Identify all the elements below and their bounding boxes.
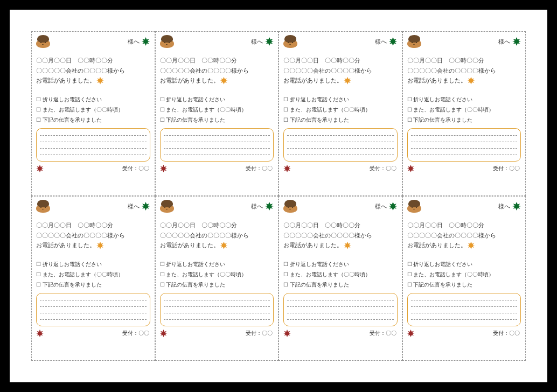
phone-memo-card: 様へ 〇〇月〇〇日 〇〇時〇〇分 〇〇〇〇〇会社の〇〇〇〇様から お電話がありま… bbox=[278, 196, 402, 361]
memo-line bbox=[164, 142, 270, 142]
memo-line bbox=[287, 155, 394, 155]
checkbox-message-taken[interactable]: 下記の伝言を承りました bbox=[36, 115, 150, 125]
card-footer: 受付：〇〇 bbox=[36, 165, 150, 172]
checkbox-callback[interactable]: 折り返しお電話ください bbox=[36, 259, 150, 269]
chestnut-icon bbox=[407, 35, 421, 48]
recipient-area: 様へ bbox=[375, 37, 398, 46]
memo-line bbox=[411, 319, 518, 320]
recipient-label: 様へ bbox=[128, 202, 140, 211]
memo-line bbox=[164, 319, 270, 320]
memo-line bbox=[164, 313, 270, 313]
checkbox-will-call-again[interactable]: また、お電話します（〇〇時頃） bbox=[407, 104, 521, 115]
maple-leaf-green-icon bbox=[265, 202, 274, 211]
checkbox-will-call-again[interactable]: また、お電話します（〇〇時頃） bbox=[36, 269, 150, 279]
memo-box[interactable] bbox=[407, 293, 521, 326]
memo-box[interactable] bbox=[160, 128, 274, 162]
card-header: 様へ bbox=[160, 200, 274, 213]
maple-leaf-green-icon bbox=[142, 202, 150, 211]
checkbox-message-taken[interactable]: 下記の伝言を承りました bbox=[283, 279, 398, 290]
message-call-received: お電話がありました。 bbox=[36, 75, 95, 86]
phone-memo-card: 様へ 〇〇月〇〇日 〇〇時〇〇分 〇〇〇〇〇会社の〇〇〇〇様から お電話がありま… bbox=[402, 31, 526, 196]
checkbox-callback[interactable]: 折り返しお電話ください bbox=[36, 94, 150, 104]
phone-memo-card: 様へ 〇〇月〇〇日 〇〇時〇〇分 〇〇〇〇〇会社の〇〇〇〇様から お電話がありま… bbox=[155, 196, 279, 361]
checkbox-callback[interactable]: 折り返しお電話ください bbox=[407, 94, 521, 104]
maple-leaf-red-icon bbox=[160, 165, 168, 172]
checkbox-message-taken[interactable]: 下記の伝言を承りました bbox=[160, 115, 274, 125]
checkbox-message-taken[interactable]: 下記の伝言を承りました bbox=[283, 115, 398, 125]
memo-line bbox=[40, 142, 147, 142]
recipient-area: 様へ bbox=[498, 37, 521, 46]
phone-memo-card: 様へ 〇〇月〇〇日 〇〇時〇〇分 〇〇〇〇〇会社の〇〇〇〇様から お電話がありま… bbox=[31, 196, 155, 361]
reception-label: 受付：〇〇 bbox=[493, 165, 520, 172]
message-call-received: お電話がありました。 bbox=[160, 75, 219, 86]
message-caller: 〇〇〇〇〇会社の〇〇〇〇様から bbox=[160, 230, 274, 241]
message-block: 〇〇月〇〇日 〇〇時〇〇分 〇〇〇〇〇会社の〇〇〇〇様から お電話がありました。 bbox=[283, 220, 398, 250]
recipient-label: 様へ bbox=[128, 38, 140, 46]
card-header: 様へ bbox=[283, 200, 398, 213]
memo-box[interactable] bbox=[160, 293, 274, 326]
memo-line bbox=[164, 306, 270, 307]
memo-box[interactable] bbox=[283, 128, 398, 162]
message-caller: 〇〇〇〇〇会社の〇〇〇〇様から bbox=[407, 230, 521, 241]
checkbox-will-call-again[interactable]: また、お電話します（〇〇時頃） bbox=[160, 104, 274, 115]
checkbox-will-call-again[interactable]: また、お電話します（〇〇時頃） bbox=[160, 269, 274, 279]
checkbox-message-taken[interactable]: 下記の伝言を承りました bbox=[160, 279, 274, 290]
memo-box[interactable] bbox=[36, 293, 150, 326]
checkbox-callback[interactable]: 折り返しお電話ください bbox=[283, 94, 398, 104]
checkbox-will-call-again[interactable]: また、お電話します（〇〇時頃） bbox=[407, 269, 521, 279]
checkbox-callback[interactable]: 折り返しお電話ください bbox=[160, 259, 274, 269]
checkbox-message-taken[interactable]: 下記の伝言を承りました bbox=[407, 279, 521, 290]
memo-line bbox=[164, 155, 270, 155]
memo-box[interactable] bbox=[407, 128, 521, 162]
card-footer: 受付：〇〇 bbox=[160, 165, 274, 172]
phone-memo-card: 様へ 〇〇月〇〇日 〇〇時〇〇分 〇〇〇〇〇会社の〇〇〇〇様から お電話がありま… bbox=[155, 31, 279, 196]
maple-leaf-orange-icon bbox=[344, 77, 351, 85]
message-datetime: 〇〇月〇〇日 〇〇時〇〇分 bbox=[407, 220, 521, 230]
recipient-area: 様へ bbox=[375, 202, 398, 211]
chestnut-icon bbox=[160, 35, 174, 48]
card-footer: 受付：〇〇 bbox=[407, 165, 521, 172]
message-call-received: お電話がありました。 bbox=[36, 240, 95, 250]
reception-label: 受付：〇〇 bbox=[370, 330, 396, 337]
maple-leaf-green-icon bbox=[265, 37, 274, 46]
card-header: 様へ bbox=[407, 200, 521, 213]
checkbox-callback[interactable]: 折り返しお電話ください bbox=[160, 94, 274, 104]
checkbox-will-call-again[interactable]: また、お電話します（〇〇時頃） bbox=[36, 104, 150, 115]
card-footer: 受付：〇〇 bbox=[407, 330, 521, 337]
checkbox-callback[interactable]: 折り返しお電話ください bbox=[283, 259, 398, 269]
memo-line bbox=[411, 135, 518, 136]
checkbox-list: 折り返しお電話ください また、お電話します（〇〇時頃） 下記の伝言を承りました bbox=[407, 259, 521, 290]
memo-line bbox=[287, 135, 394, 136]
checkbox-message-taken[interactable]: 下記の伝言を承りました bbox=[407, 115, 521, 125]
checkbox-will-call-again[interactable]: また、お電話します（〇〇時頃） bbox=[283, 269, 398, 279]
message-datetime: 〇〇月〇〇日 〇〇時〇〇分 bbox=[36, 220, 150, 230]
maple-leaf-green-icon bbox=[512, 202, 521, 211]
maple-leaf-green-icon bbox=[142, 37, 150, 46]
message-block: 〇〇月〇〇日 〇〇時〇〇分 〇〇〇〇〇会社の〇〇〇〇様から お電話がありました。 bbox=[160, 220, 274, 250]
checkbox-list: 折り返しお電話ください また、お電話します（〇〇時頃） 下記の伝言を承りました bbox=[407, 94, 521, 125]
memo-line bbox=[287, 319, 394, 320]
memo-box[interactable] bbox=[283, 293, 398, 326]
card-footer: 受付：〇〇 bbox=[283, 330, 398, 337]
message-caller: 〇〇〇〇〇会社の〇〇〇〇様から bbox=[36, 66, 150, 76]
checkbox-message-taken[interactable]: 下記の伝言を承りました bbox=[36, 279, 150, 290]
message-caller: 〇〇〇〇〇会社の〇〇〇〇様から bbox=[283, 230, 398, 241]
maple-leaf-orange-icon bbox=[344, 242, 351, 249]
memo-line bbox=[287, 142, 394, 142]
card-footer: 受付：〇〇 bbox=[160, 330, 274, 337]
memo-line bbox=[40, 135, 147, 136]
checkbox-will-call-again[interactable]: また、お電話します（〇〇時頃） bbox=[283, 104, 398, 115]
chestnut-icon bbox=[36, 200, 50, 213]
checkbox-callback[interactable]: 折り返しお電話ください bbox=[407, 259, 521, 269]
card-header: 様へ bbox=[36, 35, 150, 48]
memo-line bbox=[40, 313, 147, 313]
recipient-area: 様へ bbox=[128, 37, 150, 46]
reception-label: 受付：〇〇 bbox=[246, 330, 273, 337]
message-block: 〇〇月〇〇日 〇〇時〇〇分 〇〇〇〇〇会社の〇〇〇〇様から お電話がありました。 bbox=[407, 55, 521, 86]
memo-box[interactable] bbox=[36, 128, 150, 162]
message-block: 〇〇月〇〇日 〇〇時〇〇分 〇〇〇〇〇会社の〇〇〇〇様から お電話がありました。 bbox=[36, 55, 150, 86]
maple-leaf-orange-icon bbox=[468, 77, 475, 85]
maple-leaf-red-icon bbox=[283, 165, 291, 172]
recipient-label: 様へ bbox=[251, 38, 263, 46]
card-header: 様へ bbox=[283, 35, 398, 48]
